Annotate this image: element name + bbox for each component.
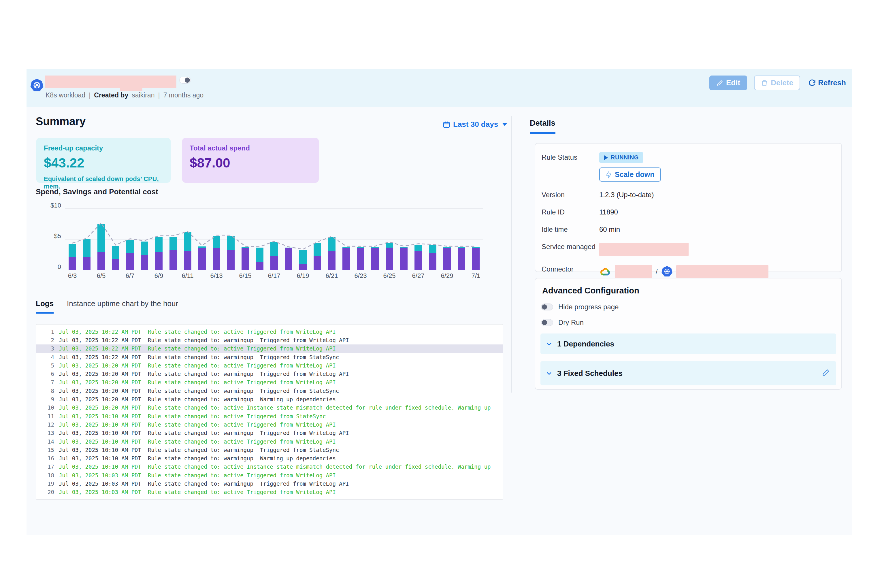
log-row[interactable]: 1Jul 03, 2025 10:22 AM PDT Rule state ch… xyxy=(36,327,502,336)
dry-run-toggle[interactable] xyxy=(541,319,553,326)
x-tick-label xyxy=(397,272,411,280)
x-tick-label: 6/5 xyxy=(94,272,108,280)
pencil-icon xyxy=(716,80,723,87)
divider: | xyxy=(89,91,90,99)
x-tick-label xyxy=(108,272,123,280)
lightning-icon xyxy=(606,171,612,178)
log-row[interactable]: 10Jul 03, 2025 10:20 AM PDT Rule state c… xyxy=(36,404,502,412)
log-line-number: 11 xyxy=(36,413,54,419)
created-age: 7 months ago xyxy=(164,92,204,99)
log-line-text: Jul 03, 2025 10:10 AM PDT Rule state cha… xyxy=(59,447,339,453)
log-line-number: 10 xyxy=(36,404,54,411)
fixed-schedules-accordion[interactable]: 3 Fixed Schedules xyxy=(540,361,836,386)
log-row[interactable]: 17Jul 03, 2025 10:10 AM PDT Rule state c… xyxy=(36,463,502,471)
log-row[interactable]: 19Jul 03, 2025 10:03 AM PDT Rule state c… xyxy=(36,479,502,488)
connector-account-redacted xyxy=(615,265,652,278)
header-actions: Edit Delete Refresh xyxy=(710,69,847,107)
x-tick-label: 6/25 xyxy=(382,272,397,280)
y-tick-5: $5 xyxy=(46,232,61,240)
log-row[interactable]: 20Jul 03, 2025 10:03 AM PDT Rule state c… xyxy=(36,488,502,496)
service-managed-label: Service managed xyxy=(542,242,599,251)
log-row[interactable]: 5Jul 03, 2025 10:20 AM PDT Rule state ch… xyxy=(36,361,502,369)
edit-button[interactable]: Edit xyxy=(710,75,747,90)
log-line-text: Jul 03, 2025 10:22 AM PDT Rule state cha… xyxy=(59,354,339,360)
log-row[interactable]: 4Jul 03, 2025 10:22 AM PDT Rule state ch… xyxy=(36,353,502,361)
chevron-down-icon xyxy=(546,370,552,377)
card-label: Total actual spend xyxy=(190,144,311,152)
date-range-dropdown[interactable]: Last 30 days xyxy=(443,120,507,129)
card-value: $43.22 xyxy=(44,155,163,171)
x-tick-label: 6/11 xyxy=(180,272,195,280)
hide-progress-label: Hide progress page xyxy=(558,303,618,311)
log-line-number: 14 xyxy=(36,438,54,445)
tab-logs[interactable]: Logs xyxy=(36,299,54,314)
header-toggle[interactable] xyxy=(179,76,191,84)
refresh-button[interactable]: Refresh xyxy=(807,75,847,90)
card-value: $87.00 xyxy=(190,155,311,171)
log-viewer[interactable]: 1Jul 03, 2025 10:22 AM PDT Rule state ch… xyxy=(36,324,503,500)
created-by-label: Created by xyxy=(94,92,128,99)
log-line-number: 7 xyxy=(36,379,54,386)
log-row[interactable]: 15Jul 03, 2025 10:10 AM PDT Rule state c… xyxy=(36,446,502,454)
edit-schedules-icon[interactable] xyxy=(822,369,830,378)
column-divider xyxy=(512,116,512,393)
log-row[interactable]: 11Jul 03, 2025 10:10 AM PDT Rule state c… xyxy=(36,412,502,420)
log-row[interactable]: 2Jul 03, 2025 10:22 AM PDT Rule state ch… xyxy=(36,336,502,344)
potential-cost-dashed-line xyxy=(65,205,483,270)
rule-id-value: 11890 xyxy=(599,207,618,216)
log-line-number: 18 xyxy=(36,472,54,478)
log-row[interactable]: 16Jul 03, 2025 10:10 AM PDT Rule state c… xyxy=(36,454,502,462)
log-row[interactable]: 9Jul 03, 2025 10:20 AM PDT Rule state ch… xyxy=(36,395,502,403)
toggle-knob xyxy=(185,78,190,83)
total-spend-card: Total actual spend $87.00 xyxy=(182,138,319,183)
google-cloud-icon xyxy=(599,266,611,277)
log-line-text: Jul 03, 2025 10:20 AM PDT Rule state cha… xyxy=(59,396,336,402)
dependencies-accordion[interactable]: 1 Dependencies xyxy=(540,333,836,354)
summary-title: Summary xyxy=(36,115,86,128)
log-row[interactable]: 6Jul 03, 2025 10:20 AM PDT Rule state ch… xyxy=(36,369,502,378)
y-tick-0: 0 xyxy=(46,263,61,271)
log-row[interactable]: 14Jul 03, 2025 10:10 AM PDT Rule state c… xyxy=(36,437,502,446)
tab-instance-uptime[interactable]: Instance uptime chart by the hour xyxy=(67,299,178,312)
log-row[interactable]: 18Jul 03, 2025 10:03 AM PDT Rule state c… xyxy=(36,471,502,479)
service-managed-redacted xyxy=(599,243,688,256)
log-line-number: 15 xyxy=(36,447,54,453)
log-line-text: Jul 03, 2025 10:22 AM PDT Rule state cha… xyxy=(59,328,336,335)
x-tick-label: 6/9 xyxy=(152,272,166,280)
connector-separator: / xyxy=(656,267,658,276)
connector-label: Connector xyxy=(542,264,599,273)
log-row[interactable]: 13Jul 03, 2025 10:10 AM PDT Rule state c… xyxy=(36,429,502,437)
log-line-number: 2 xyxy=(36,337,54,343)
x-tick-label: 6/19 xyxy=(296,272,310,280)
log-row[interactable]: 12Jul 03, 2025 10:10 AM PDT Rule state c… xyxy=(36,420,502,429)
log-line-number: 5 xyxy=(36,362,54,369)
tab-details[interactable]: Details xyxy=(530,119,555,134)
log-row[interactable]: 7Jul 03, 2025 10:20 AM PDT Rule state ch… xyxy=(36,378,502,387)
x-axis-line xyxy=(65,270,483,270)
scale-down-button[interactable]: Scale down xyxy=(599,168,661,182)
x-tick-label: 6/13 xyxy=(209,272,224,280)
connector-cluster-redacted xyxy=(676,265,768,278)
x-tick-label xyxy=(310,272,324,280)
hide-progress-toggle[interactable] xyxy=(541,303,553,310)
log-row[interactable]: 3Jul 03, 2025 10:22 AM PDT Rule state ch… xyxy=(36,345,502,353)
x-tick-label: 6/29 xyxy=(440,272,454,280)
refresh-icon xyxy=(808,79,816,87)
log-line-number: 13 xyxy=(36,430,54,436)
x-tick-label xyxy=(252,272,267,280)
version-label: Version xyxy=(542,190,599,199)
log-row[interactable]: 8Jul 03, 2025 10:20 AM PDT Rule state ch… xyxy=(36,387,502,395)
chart-x-labels: 6/36/56/76/96/116/136/156/176/196/216/23… xyxy=(65,272,483,280)
chevron-down-icon xyxy=(502,123,507,126)
log-line-text: Jul 03, 2025 10:10 AM PDT Rule state cha… xyxy=(59,422,336,428)
chevron-down-icon xyxy=(546,340,552,347)
x-tick-label xyxy=(454,272,469,280)
x-tick-label xyxy=(425,272,440,280)
log-line-text: Jul 03, 2025 10:10 AM PDT Rule state cha… xyxy=(59,464,491,470)
log-line-text: Jul 03, 2025 10:22 AM PDT Rule state cha… xyxy=(59,337,349,343)
trash-icon xyxy=(761,80,768,87)
x-tick-label: 6/23 xyxy=(353,272,368,280)
delete-button[interactable]: Delete xyxy=(754,75,800,90)
log-line-text: Jul 03, 2025 10:03 AM PDT Rule state cha… xyxy=(59,480,349,487)
x-tick-label xyxy=(339,272,353,280)
